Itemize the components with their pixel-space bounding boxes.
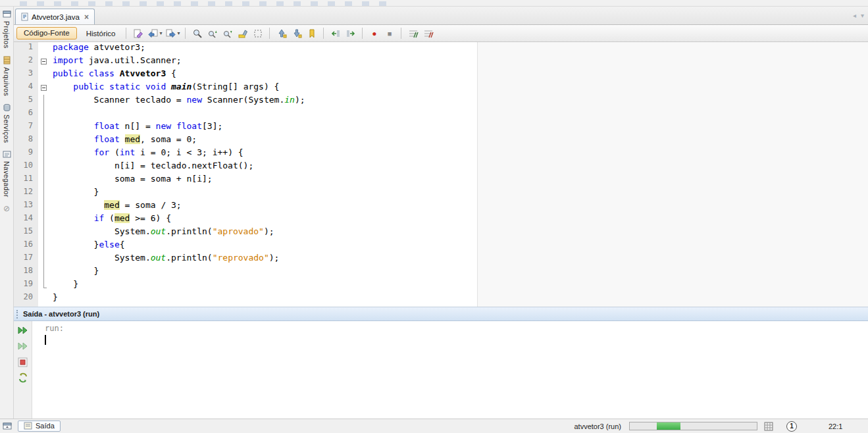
- history-view-button[interactable]: Histórico: [80, 28, 122, 39]
- shift-left-button[interactable]: [328, 26, 343, 40]
- source-view-button[interactable]: Código-Fonte: [16, 27, 77, 39]
- line-number: 5: [14, 95, 38, 108]
- code-editor[interactable]: 1package atvvetor3;2import java.util.Sca…: [14, 42, 868, 307]
- code-line: 8 float med, soma = 0;: [14, 134, 868, 147]
- next-bookmark-icon: [292, 28, 302, 39]
- fold-margin: [38, 147, 51, 161]
- code-text: [51, 108, 53, 121]
- line-number: 4: [14, 82, 38, 95]
- line-number: 10: [14, 161, 38, 174]
- notification-icon[interactable]: 1: [786, 421, 797, 432]
- previous-bookmark-button[interactable]: [274, 26, 289, 40]
- code-line: 15 System.out.println("aprovado");: [14, 226, 868, 240]
- stop-macro-button[interactable]: ■: [382, 26, 397, 40]
- code-text: System.out.println("aprovado");: [51, 226, 274, 240]
- sidebar-item-label: Navegador: [3, 161, 11, 197]
- files-icon: [3, 56, 11, 64]
- sidebar-item-projects[interactable]: Projetos: [3, 10, 11, 49]
- tab-scroll-left-icon[interactable]: ◂: [853, 12, 856, 19]
- stop-run-button[interactable]: [17, 357, 28, 367]
- line-number: 16: [14, 240, 38, 253]
- rerun-button[interactable]: [17, 325, 28, 336]
- memory-grid-icon[interactable]: [764, 422, 773, 431]
- code-line: 17 System.out.println("reprovado");: [14, 253, 868, 266]
- toolbar-separator: [362, 28, 363, 39]
- code-line: 11 soma = soma + n[i];: [14, 174, 868, 187]
- line-number: 1: [14, 42, 38, 55]
- projects-window-icon: [3, 10, 11, 18]
- fold-box-icon[interactable]: [41, 85, 47, 91]
- output-bottom-tab[interactable]: Saída: [18, 420, 61, 432]
- output-panel-header[interactable]: Saída - atvvetor3 (run): [14, 307, 868, 321]
- line-number: 2: [14, 55, 38, 68]
- rerun-with-args-button[interactable]: [17, 341, 28, 351]
- comment-button[interactable]: [405, 26, 421, 40]
- editor-tab-bar: Atvvetor3.java × ◂ ▾: [14, 7, 868, 25]
- back-button[interactable]: [145, 26, 161, 40]
- next-bookmark-button[interactable]: [289, 26, 304, 40]
- navigator-icon: [3, 150, 11, 159]
- sidebar-item-files[interactable]: Arquivos: [3, 56, 11, 96]
- java-file-icon: [21, 13, 28, 21]
- toggle-bookmark-button[interactable]: [304, 26, 319, 40]
- chevron-down-icon[interactable]: ▾: [159, 30, 162, 36]
- rerun-icon: [18, 326, 28, 335]
- editor-toolbar: Código-Fonte Histórico ▾ ▾ ● ■: [14, 25, 868, 42]
- find-next-button[interactable]: [220, 26, 235, 40]
- status-bar: Saída atvvetor3 (run) 1 22:1: [0, 419, 868, 433]
- sidebar-item-label: Arquivos: [3, 67, 11, 96]
- find-selection-icon: [192, 28, 203, 39]
- highlight-search-button[interactable]: [235, 26, 250, 40]
- fold-margin: [38, 82, 51, 95]
- forward-button[interactable]: [163, 26, 178, 40]
- find-selection-button[interactable]: [190, 26, 205, 40]
- fold-margin: [38, 161, 51, 174]
- find-previous-button[interactable]: [205, 26, 220, 40]
- dock-icon[interactable]: [3, 422, 12, 430]
- fold-margin: [38, 213, 51, 226]
- tab-menu-icon[interactable]: ▾: [861, 12, 864, 19]
- drag-grip-icon[interactable]: [16, 310, 18, 318]
- build-settings-button[interactable]: [17, 372, 28, 383]
- chevron-down-icon[interactable]: ▾: [177, 30, 180, 36]
- start-macro-button[interactable]: ●: [367, 26, 382, 40]
- code-text: med = soma / 3;: [51, 200, 182, 213]
- code-line: 13 med = soma / 3;: [14, 200, 868, 213]
- code-text: for (int i = 0; i < 3; i++) {: [51, 147, 243, 161]
- previous-bookmark-icon: [276, 28, 287, 39]
- code-lines: 1package atvvetor3;2import java.util.Sca…: [14, 42, 868, 305]
- fold-margin: [38, 253, 51, 266]
- rerun-dirty-icon: [18, 342, 28, 351]
- code-line: 7 float n[] = new float[3];: [14, 121, 868, 134]
- sidebar-item-services[interactable]: Serviços: [3, 103, 11, 143]
- highlight-search-icon: [238, 28, 248, 39]
- console-output[interactable]: run:: [32, 321, 868, 419]
- close-icon[interactable]: ×: [84, 13, 89, 22]
- tab-atvvetor3[interactable]: Atvvetor3.java ×: [15, 9, 95, 24]
- last-edit-location-button[interactable]: [130, 26, 145, 40]
- line-number: 3: [14, 68, 38, 82]
- code-text: }: [51, 279, 78, 292]
- shift-right-button[interactable]: [343, 26, 358, 40]
- code-line: 1package atvvetor3;: [14, 42, 868, 55]
- code-text: import java.util.Scanner;: [51, 55, 182, 68]
- line-number: 9: [14, 147, 38, 161]
- output-panel: run:: [14, 321, 868, 419]
- toggle-bookmark-icon: [307, 28, 317, 39]
- sidebar-item-label: Projetos: [3, 21, 11, 49]
- fold-margin: [38, 200, 51, 213]
- sidebar-item-navigator[interactable]: Navegador: [3, 150, 11, 197]
- caret-position: 22:1: [829, 422, 851, 430]
- uncomment-icon: [423, 28, 434, 39]
- code-line: 4 public static void main(String[] args)…: [14, 82, 868, 95]
- services-icon: [3, 103, 11, 112]
- code-line: 18 }: [14, 266, 868, 279]
- uncomment-button[interactable]: [421, 26, 436, 40]
- fold-margin: [38, 68, 51, 82]
- text-caret: [45, 335, 46, 345]
- code-line: 10 n[i] = teclado.nextFloat();: [14, 161, 868, 174]
- fold-margin: [38, 226, 51, 240]
- rectangular-selection-button[interactable]: [250, 26, 265, 40]
- line-number: 17: [14, 253, 38, 266]
- fold-box-icon[interactable]: [41, 59, 47, 64]
